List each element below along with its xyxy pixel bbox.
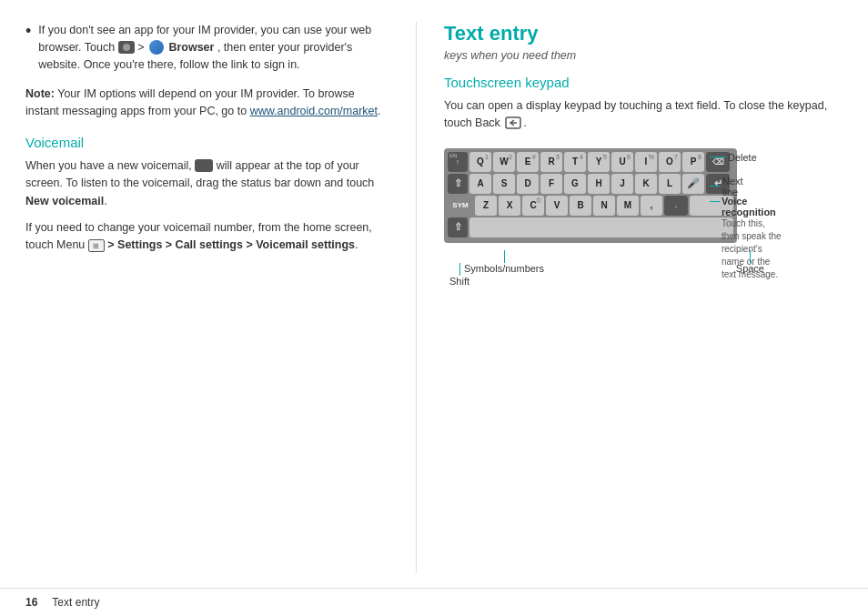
key-special-1[interactable]: EN ↑ xyxy=(448,152,468,172)
bullet-text: If you don't see an app for your IM prov… xyxy=(38,22,389,73)
key-h[interactable]: H xyxy=(588,174,610,194)
key-t[interactable]: 4T xyxy=(564,152,586,172)
subtitle: keys when you need them xyxy=(444,49,843,62)
delete-line xyxy=(710,157,726,157)
key-g[interactable]: G xyxy=(564,174,586,194)
para1-end2: . xyxy=(104,195,106,207)
key-sym[interactable]: SYM xyxy=(448,196,473,216)
space-label: Space xyxy=(736,263,764,274)
key-shift[interactable]: ⇧ xyxy=(448,174,468,194)
key-f[interactable]: F xyxy=(540,174,562,194)
voicemail-section: Voicemail When you have a new voicemail,… xyxy=(25,135,389,255)
voice-line xyxy=(710,201,720,202)
key-d[interactable]: D xyxy=(517,174,539,194)
bullet-item: • If you don't see an app for your IM pr… xyxy=(25,22,389,73)
key-z[interactable]: Z xyxy=(475,196,497,216)
key-shift-2[interactable]: ⇧ xyxy=(448,217,468,237)
note-end: . xyxy=(378,105,380,117)
key-y[interactable]: 5Y xyxy=(588,152,610,172)
footer-text: Text entry xyxy=(52,596,99,609)
voicemail-icon xyxy=(195,159,213,172)
key-j[interactable]: J xyxy=(611,174,633,194)
symbols-label: Symbols/numbers xyxy=(464,263,544,274)
key-period[interactable]: . xyxy=(664,196,688,216)
voice-recognition-label: Voice recognition xyxy=(722,196,782,217)
bullet-section: • If you don't see an app for your IM pr… xyxy=(25,22,389,73)
key-m[interactable]: M xyxy=(617,196,639,216)
key-comma[interactable]: , xyxy=(641,196,662,216)
key-c[interactable]: ©C xyxy=(522,196,544,216)
next-line-label-container: Next line xyxy=(710,176,749,197)
key-o[interactable]: 7O xyxy=(659,152,681,172)
key-u[interactable]: 6U xyxy=(611,152,633,172)
left-column: • If you don't see an app for your IM pr… xyxy=(25,22,417,573)
touchscreen-desc-text: You can open a display keypad by touchin… xyxy=(444,99,827,129)
key-e[interactable]: #E xyxy=(517,152,539,172)
key-i[interactable]: %I xyxy=(635,152,657,172)
key-n[interactable]: N xyxy=(593,196,615,216)
key-s[interactable]: S xyxy=(493,174,515,194)
keyboard-area: EN ↑ 1Q 2W #E 3R 4T 5Y 6U %I 7O 8P ⌫ xyxy=(444,148,737,243)
page-title: Text entry xyxy=(444,22,843,45)
touchscreen-desc: You can open a display keypad by touchin… xyxy=(444,97,843,132)
key-b[interactable]: B xyxy=(570,196,591,216)
para1-start: When you have a new voicemail, xyxy=(25,159,195,172)
key-space[interactable] xyxy=(469,217,733,237)
keyboard: EN ↑ 1Q 2W #E 3R 4T 5Y 6U %I 7O 8P ⌫ xyxy=(444,148,737,243)
note-section: Note: Your IM options will depend on you… xyxy=(25,86,389,120)
key-row-1: EN ↑ 1Q 2W #E 3R 4T 5Y 6U %I 7O 8P ⌫ xyxy=(448,152,733,172)
footer-page-num: 16 xyxy=(25,596,37,609)
key-mic[interactable]: 🎤 xyxy=(682,174,704,194)
key-a[interactable]: A xyxy=(469,174,491,194)
right-column: Text entry keys when you need them Touch… xyxy=(417,22,843,573)
key-x[interactable]: X xyxy=(499,196,520,216)
key-row-2: ⇧ A S D F G H J K L 🎤 ↵ xyxy=(448,174,733,194)
next-line-line xyxy=(710,186,721,187)
menu-icon: ⊞ xyxy=(88,239,105,252)
bullet-dot: • xyxy=(25,22,31,73)
para1-bold: New voicemail xyxy=(25,195,104,207)
touchscreen-heading: Touchscreen keypad xyxy=(444,75,843,90)
space-line xyxy=(750,250,751,263)
key-q[interactable]: 1Q xyxy=(469,152,491,172)
shift-label: Shift xyxy=(449,276,469,287)
browser-icon xyxy=(149,40,164,55)
browser-label: Browser xyxy=(168,41,214,54)
shift-line xyxy=(459,263,460,276)
camera-icon xyxy=(118,41,135,54)
next-line-label: Next line xyxy=(722,176,749,197)
key-k[interactable]: K xyxy=(635,174,657,194)
note-link: www.android.com/market xyxy=(250,105,378,117)
key-l[interactable]: L xyxy=(659,174,681,194)
para2-end: . xyxy=(355,238,358,251)
note-label: Note: xyxy=(25,87,55,100)
voicemail-heading: Voicemail xyxy=(25,135,389,150)
key-row-3: SYM Z X ©C V B N M , . xyxy=(448,196,733,216)
key-v[interactable]: V xyxy=(546,196,568,216)
key-w[interactable]: 2W xyxy=(493,152,515,172)
para2-bold: > Settings > Call settings > Voicemail s… xyxy=(107,238,355,251)
delete-label: Delete xyxy=(728,152,757,163)
space-label-container: Space xyxy=(736,250,764,274)
shift-label-container: Shift xyxy=(449,263,469,287)
voicemail-para1: When you have a new voicemail, will appe… xyxy=(25,157,389,210)
key-row-4: ⇧ xyxy=(448,217,733,237)
back-icon xyxy=(505,116,521,129)
voicemail-para2: If you need to change your voicemail num… xyxy=(25,219,389,255)
symbols-label-container: Symbols/numbers xyxy=(464,250,544,274)
footer: 16 Text entry xyxy=(0,588,868,616)
delete-label-container: Delete xyxy=(710,152,757,163)
key-r[interactable]: 3R xyxy=(540,152,562,172)
symbols-line xyxy=(504,250,505,263)
key-p[interactable]: 8P xyxy=(682,152,704,172)
